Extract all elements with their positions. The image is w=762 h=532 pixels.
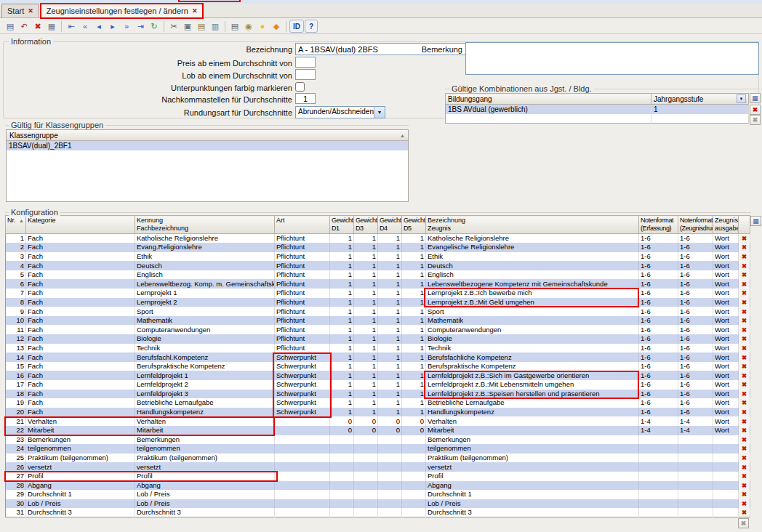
- delete-row-icon[interactable]: ✖: [739, 371, 750, 380]
- cell-kennung[interactable]: Sport: [135, 307, 275, 316]
- duplicate-icon[interactable]: ▥: [209, 20, 222, 33]
- cell-kategorie[interactable]: Praktikum (teilgenommen): [26, 454, 135, 463]
- cell-art[interactable]: Pflichtunt: [275, 243, 330, 252]
- cell-bezeichnung[interactable]: Evangelische Religionslehre: [426, 243, 639, 252]
- cell-gewicht-d1[interactable]: 1: [330, 279, 354, 289]
- cell-gewicht-d1[interactable]: [330, 462, 354, 472]
- cell-notenformat-erfassung[interactable]: [639, 435, 678, 445]
- cell-gewicht-d1[interactable]: 1: [330, 352, 354, 362]
- delete-icon[interactable]: ✖: [31, 20, 44, 33]
- cell-kennung[interactable]: Technik: [135, 344, 275, 353]
- cell-bezeichnung[interactable]: Lebensweltbezogene Kompetenz mit Gemeins…: [426, 279, 639, 289]
- column-chooser-grid-icon[interactable]: ▦: [750, 216, 761, 226]
- unterpunktungen-checkbox[interactable]: [295, 82, 305, 92]
- cell-gewicht-d4[interactable]: 1: [378, 252, 402, 262]
- cell-zeugnisausgabe[interactable]: Wort: [713, 426, 739, 435]
- cell-zeugnisausgabe[interactable]: Wort: [713, 371, 739, 380]
- cell-notenformat-erfassung[interactable]: 1-6: [639, 252, 678, 262]
- column-jahrgangsstufe[interactable]: Jahrgangsstufe ▼: [651, 94, 749, 105]
- nachkommastellen-input[interactable]: [295, 93, 316, 104]
- config-row[interactable]: 20 Fach Handlungskompetenz Schwerpunkt 1…: [6, 408, 750, 417]
- cell-kennung[interactable]: Handlungskompetenz: [135, 408, 275, 417]
- cell-gewicht-d5[interactable]: 1: [402, 307, 426, 316]
- cell-art[interactable]: Pflichtunt: [275, 316, 330, 326]
- cell-notenformat-erfassung[interactable]: 1-6: [639, 270, 678, 280]
- cell-notenformat-erfassung[interactable]: 1-6: [639, 408, 678, 417]
- cell-notenformat-erfassung[interactable]: [639, 454, 678, 463]
- column-gewicht-d3[interactable]: Gewicht D3: [354, 216, 378, 234]
- cell-gewicht-d3[interactable]: 1: [354, 298, 378, 307]
- cell-zeugnisausgabe[interactable]: [713, 435, 739, 445]
- cell-bezeichnung[interactable]: Lernfeldprojekt z.B.:Mit Lebensmitteln u…: [426, 380, 639, 390]
- cell-gewicht-d5[interactable]: [402, 508, 426, 517]
- cell-kategorie[interactable]: Fach: [26, 243, 135, 252]
- cell-gewicht-d4[interactable]: [378, 490, 402, 499]
- lob-input[interactable]: [295, 69, 316, 80]
- cut-icon[interactable]: ✂: [167, 20, 180, 33]
- column-chooser-grid-icon[interactable]: ▦: [750, 93, 761, 103]
- rundungsart-select[interactable]: Abrunden/Abschneiden ▼: [295, 106, 385, 118]
- cell-gewicht-d1[interactable]: 1: [330, 371, 354, 380]
- cell-notenformat-erfassung[interactable]: 1-6: [639, 234, 678, 243]
- cell-zeugnisausgabe[interactable]: Wort: [713, 252, 739, 262]
- cell-zeugnisausgabe[interactable]: Wort: [713, 234, 739, 243]
- column-notenformat-zeugnisdruck[interactable]: Notenformat (Zeugnisdruck): [678, 216, 713, 234]
- cell-gewicht-d1[interactable]: 1: [330, 390, 354, 399]
- cell-gewicht-d4[interactable]: 1: [378, 289, 402, 298]
- cell-gewicht-d5[interactable]: [402, 454, 426, 463]
- cell-gewicht-d3[interactable]: 1: [354, 252, 378, 262]
- cell-gewicht-d4[interactable]: 1: [378, 398, 402, 408]
- cell-zeugnisausgabe[interactable]: Wort: [713, 316, 739, 326]
- cell-kennung[interactable]: Lernprojekt 1: [135, 289, 275, 298]
- column-bezeichnung[interactable]: Bezeichnung Zeugnis: [426, 216, 639, 234]
- cell-bezeichnung[interactable]: Ethik: [426, 252, 639, 262]
- cell-gewicht-d1[interactable]: [330, 508, 354, 517]
- cell-notenformat-erfassung[interactable]: 1-6: [639, 390, 678, 399]
- cell-gewicht-d4[interactable]: 1: [378, 352, 402, 362]
- cell-notenformat-zeugnisdruck[interactable]: 1-6: [678, 316, 713, 326]
- config-row[interactable]: 27 Profil Profil Profil ✖: [6, 472, 750, 481]
- cell-gewicht-d4[interactable]: 1: [378, 298, 402, 307]
- delete-row-icon[interactable]: ✖: [739, 472, 750, 481]
- nav-last-icon[interactable]: ⇥: [134, 20, 147, 33]
- delete-row-icon[interactable]: ✖: [739, 344, 750, 353]
- cell-art[interactable]: Pflichtunt: [275, 270, 330, 280]
- cell-gewicht-d1[interactable]: 1: [330, 270, 354, 280]
- cell-gewicht-d3[interactable]: 1: [354, 334, 378, 344]
- cell-zeugnisausgabe[interactable]: [713, 508, 739, 517]
- cell-kategorie[interactable]: Fach: [26, 325, 135, 334]
- tab-start[interactable]: Start ✕: [1, 4, 39, 17]
- cell-notenformat-zeugnisdruck[interactable]: 1-6: [678, 325, 713, 334]
- cell-zeugnisausgabe[interactable]: Wort: [713, 270, 739, 280]
- cell-art[interactable]: [275, 426, 330, 435]
- cell-notenformat-erfassung[interactable]: 1-6: [639, 307, 678, 316]
- cell-gewicht-d3[interactable]: 1: [354, 261, 378, 270]
- cell-gewicht-d4[interactable]: 1: [378, 261, 402, 270]
- cell-art[interactable]: Schwerpunkt: [275, 371, 330, 380]
- cell-bildungsgang[interactable]: [446, 114, 651, 124]
- cell-art[interactable]: [275, 462, 330, 472]
- cell-gewicht-d1[interactable]: 1: [330, 298, 354, 307]
- cell-gewicht-d5[interactable]: 1: [402, 371, 426, 380]
- cell-gewicht-d5[interactable]: [402, 472, 426, 481]
- cell-notenformat-zeugnisdruck[interactable]: 1-6: [678, 371, 713, 380]
- config-row[interactable]: 10 Fach Mathematik Pflichtunt 1 1 1 1 Ma…: [6, 316, 750, 326]
- config-row[interactable]: 8 Fach Lernprojekt 2 Pflichtunt 1 1 1 1 …: [6, 298, 750, 307]
- cell-gewicht-d3[interactable]: 1: [354, 362, 378, 371]
- cell-kennung[interactable]: Betriebliche Lernaufgabe: [135, 398, 275, 408]
- cell-notenformat-erfassung[interactable]: [639, 444, 678, 454]
- cell-zeugnisausgabe[interactable]: [713, 462, 739, 472]
- cell-notenformat-zeugnisdruck[interactable]: 1-6: [678, 261, 713, 270]
- config-row[interactable]: 15 Fach Berufspraktische Kompetenz Schwe…: [6, 362, 750, 371]
- cell-notenformat-erfassung[interactable]: 1-6: [639, 298, 678, 307]
- cell-art[interactable]: [275, 508, 330, 517]
- cell-gewicht-d1[interactable]: 1: [330, 261, 354, 270]
- cell-bezeichnung[interactable]: Praktikum (teilgenommen): [426, 454, 639, 463]
- cell-kennung[interactable]: Mitarbeit: [135, 426, 275, 435]
- cell-gewicht-d1[interactable]: [330, 490, 354, 499]
- cell-notenformat-erfassung[interactable]: 1-6: [639, 316, 678, 326]
- cell-gewicht-d5[interactable]: 1: [402, 316, 426, 326]
- cell-kennung[interactable]: Lebensweltbezog. Komp. m. Gemeinschaftsk…: [135, 279, 275, 289]
- cell-art[interactable]: Pflichtunt: [275, 234, 330, 243]
- horn-icon[interactable]: ◆: [270, 20, 283, 33]
